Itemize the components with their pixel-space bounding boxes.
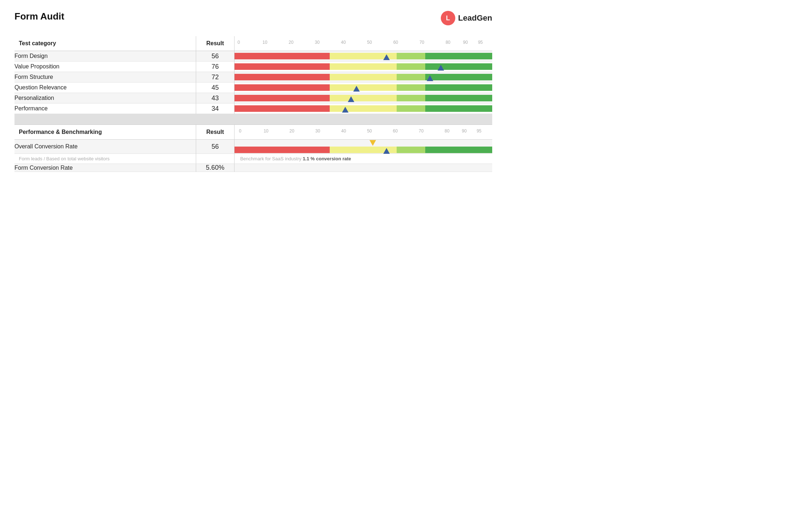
chart-overall-conversion [234,140,492,154]
chart-form-design [234,51,492,62]
s2-tick-0: 0 [239,128,241,134]
result-personalization: 43 [196,93,235,104]
table-row: Value Proposition 76 [14,62,492,72]
category-performance: Performance [14,104,196,114]
table-row: Form Design 56 [14,51,492,62]
s2-tick-95: 95 [477,128,481,134]
chart-performance [234,104,492,114]
col-header-category: Test category [14,36,196,51]
tick-80: 80 [446,40,450,45]
section2-header-category: Performance & Benchmarking [14,125,196,140]
col-header-result: Result [196,36,235,51]
section2-header-scale: 0 10 20 30 40 50 60 70 80 90 95 [234,125,492,140]
chart-form-structure [234,72,492,83]
chart-value-proposition [234,62,492,72]
section-divider [14,114,492,125]
sub-note-row: Form leads / Based on total website visi… [14,154,492,164]
tick-50: 50 [367,40,372,45]
brand-logo-area: L LeadGen [441,11,492,25]
sub-note-result [196,154,235,164]
col-header-scale: 0 10 20 30 40 50 60 70 80 90 95 [234,36,492,51]
s2-tick-50: 50 [367,128,372,134]
result-overall-conversion: 56 [196,140,235,154]
brand-icon: L [441,11,455,25]
tick-20: 20 [289,40,294,45]
tick-40: 40 [341,40,346,45]
s2-tick-90: 90 [462,128,467,134]
sub-note-benchmark: Benchmark for SaaS industry 1.1 % conver… [234,154,492,164]
tick-95: 95 [478,40,483,45]
page-header: Form Audit L LeadGen [14,11,492,25]
category-personalization: Personalization [14,93,196,104]
chart-form-conversion [234,164,492,172]
category-form-design: Form Design [14,51,196,62]
tick-0: 0 [237,40,240,45]
category-overall-conversion: Overall Conversion Rate [14,140,196,154]
result-performance: 34 [196,104,235,114]
sub-note-category: Form leads / Based on total website visi… [14,154,196,164]
s2-tick-80: 80 [444,128,449,134]
section2-header: Performance & Benchmarking Result 0 10 2… [14,125,492,140]
chart-personalization [234,93,492,104]
category-form-conversion: Form Conversion Rate [14,164,196,172]
s2-tick-60: 60 [393,128,398,134]
table-row: Form Conversion Rate 5.60% [14,164,492,172]
tick-90: 90 [463,40,468,45]
s2-tick-40: 40 [341,128,346,134]
s2-tick-10: 10 [263,128,268,134]
page-title: Form Audit [14,11,64,22]
result-value-proposition: 76 [196,62,235,72]
benchmark-value: 1.1 % conversion rate [303,156,351,161]
result-form-design: 56 [196,51,235,62]
tick-70: 70 [419,40,424,45]
s2-tick-20: 20 [290,128,294,134]
s2-tick-30: 30 [315,128,320,134]
benchmark-prefix: Benchmark for SaaS industry [240,156,301,161]
table-row: Overall Conversion Rate 56 [14,140,492,154]
table-header: Test category Result 0 10 20 30 40 50 60… [14,36,492,51]
table-row: Form Structure 72 [14,72,492,83]
category-question-relevance: Question Relevance [14,83,196,93]
table-row: Question Relevance 45 [14,83,492,93]
result-question-relevance: 45 [196,83,235,93]
table-row: Personalization 43 [14,93,492,104]
result-form-structure: 72 [196,72,235,83]
tick-10: 10 [262,40,267,45]
chart-question-relevance [234,83,492,93]
section2-header-result: Result [196,125,235,140]
brand-name: LeadGen [458,13,492,23]
table-row: Performance 34 [14,104,492,114]
tick-60: 60 [393,40,398,45]
category-form-structure: Form Structure [14,72,196,83]
tick-30: 30 [315,40,320,45]
s2-tick-70: 70 [419,128,423,134]
category-value-proposition: Value Proposition [14,62,196,72]
result-form-conversion: 5.60% [196,164,235,172]
